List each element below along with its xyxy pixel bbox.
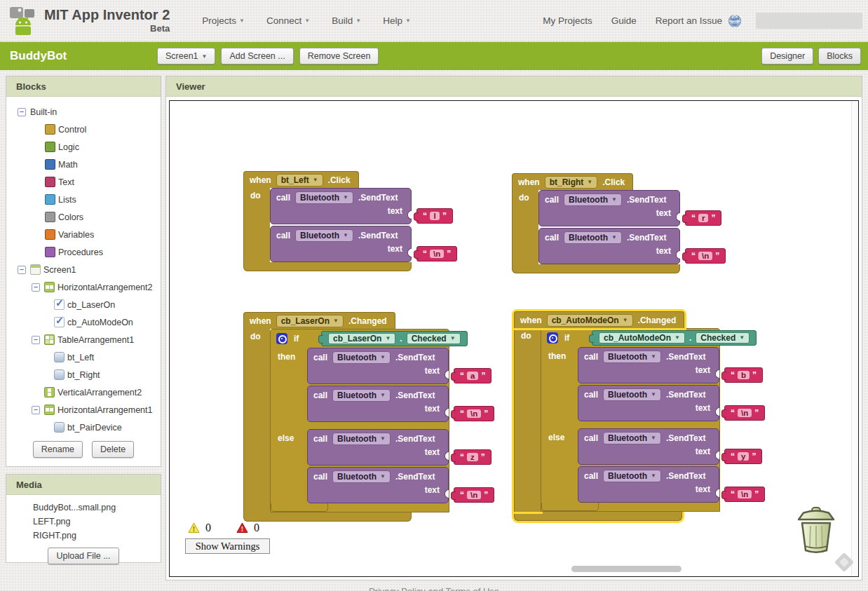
vertical-scrollbar[interactable] bbox=[851, 101, 858, 576]
remove-screen-button[interactable]: Remove Screen bbox=[299, 48, 379, 64]
upload-file-button[interactable]: Upload File ... bbox=[48, 548, 118, 564]
tree-item-lists[interactable]: Lists bbox=[6, 191, 161, 208]
media-file-right-png[interactable]: RIGHT.png bbox=[6, 529, 161, 543]
if-block[interactable]: ifcb_AutoModeOn▼.Checked▼thencallBluetoo… bbox=[541, 328, 720, 512]
property-dropdown[interactable]: Checked▼ bbox=[407, 333, 461, 344]
text-string-block[interactable]: “l” bbox=[416, 208, 453, 224]
string-value[interactable]: z bbox=[467, 453, 478, 461]
text-string-block[interactable]: “\n” bbox=[724, 405, 765, 421]
tree-item-horizontalarrangement2[interactable]: −HorizontalArrangement2 bbox=[6, 278, 161, 296]
text-string-block[interactable]: “\n” bbox=[685, 248, 726, 264]
text-string-block[interactable]: “\n” bbox=[454, 406, 494, 421]
call-block[interactable]: callBluetooth▼.SendTexttext“l” bbox=[270, 188, 412, 224]
string-value[interactable]: \n bbox=[467, 409, 481, 418]
property-dropdown[interactable]: Checked▼ bbox=[696, 332, 750, 344]
footer-links[interactable]: Privacy Policy and Terms of Use bbox=[0, 586, 868, 591]
tree-item-math[interactable]: Math bbox=[6, 156, 161, 173]
component-dropdown[interactable]: Bluetooth▼ bbox=[564, 193, 622, 206]
string-value[interactable]: \n bbox=[467, 491, 481, 499]
text-string-block[interactable]: “\n” bbox=[454, 487, 494, 503]
tree-item-bt-left[interactable]: bt_Left bbox=[6, 348, 161, 366]
text-string-block[interactable]: “a” bbox=[454, 368, 491, 383]
show-warnings-button[interactable]: Show Warnings bbox=[185, 538, 270, 554]
component-dropdown[interactable]: bt_Right▼ bbox=[545, 176, 598, 189]
component-dropdown[interactable]: Bluetooth▼ bbox=[603, 351, 661, 363]
component-dropdown[interactable]: cb_AutoModeOn▼ bbox=[547, 314, 633, 327]
component-dropdown[interactable]: Bluetooth▼ bbox=[603, 432, 661, 444]
string-value[interactable]: l bbox=[430, 212, 440, 220]
call-block[interactable]: callBluetooth▼.SendTexttext“\n” bbox=[307, 467, 449, 503]
block-group-when-cb-laseron-changed[interactable]: whencb_LaserOn▼.Changeddoifcb_LaserOn▼.C… bbox=[243, 312, 449, 522]
block-group-when-bt-left-click[interactable]: whenbt_Left▼.ClickdocallBluetooth▼.SendT… bbox=[243, 171, 412, 271]
tree-item-variables[interactable]: Variables bbox=[6, 226, 161, 243]
tree-item-procedures[interactable]: Procedures bbox=[6, 243, 161, 261]
media-file-left-png[interactable]: LEFT.png bbox=[6, 515, 161, 529]
link-guide[interactable]: Guide bbox=[611, 15, 637, 26]
call-block[interactable]: callBluetooth▼.SendTexttext“a” bbox=[307, 348, 449, 384]
component-dropdown[interactable]: Bluetooth▼ bbox=[564, 231, 622, 244]
block-group-when-cb-automodeon-changed[interactable]: whencb_AutoModeOn▼.Changeddoifcb_AutoMod… bbox=[514, 311, 720, 521]
call-block[interactable]: callBluetooth▼.SendTexttext“z” bbox=[307, 429, 449, 466]
string-value[interactable]: r bbox=[698, 214, 708, 222]
component-dropdown[interactable]: bt_Left▼ bbox=[276, 174, 323, 186]
string-value[interactable]: \n bbox=[738, 490, 752, 498]
call-block[interactable]: callBluetooth▼.SendTexttext“\n” bbox=[270, 226, 412, 262]
tree-item-horizontalarrangement1[interactable]: −HorizontalArrangement1 bbox=[6, 401, 161, 419]
call-block[interactable]: callBluetooth▼.SendTexttext“\n” bbox=[538, 228, 680, 264]
component-dropdown[interactable]: cb_LaserOn▼ bbox=[328, 333, 395, 344]
menu-help[interactable]: Help▼ bbox=[383, 15, 411, 26]
component-dropdown[interactable]: Bluetooth▼ bbox=[332, 433, 391, 445]
text-string-block[interactable]: “y” bbox=[724, 449, 762, 464]
delete-button[interactable]: Delete bbox=[92, 441, 134, 458]
property-getter-block[interactable]: cb_LaserOn▼.Checked▼ bbox=[321, 331, 468, 346]
media-file-buddybot-small-png[interactable]: BuddyBot...small.png bbox=[6, 501, 161, 515]
component-dropdown[interactable]: Bluetooth▼ bbox=[603, 470, 661, 482]
string-value[interactable]: \n bbox=[738, 409, 752, 417]
component-dropdown[interactable]: Bluetooth▼ bbox=[295, 229, 353, 242]
string-value[interactable]: a bbox=[467, 372, 478, 380]
tree-item-built-in[interactable]: −Built-in bbox=[6, 103, 161, 121]
text-string-block[interactable]: “b” bbox=[724, 367, 763, 383]
trash-can-icon[interactable] bbox=[796, 506, 836, 557]
call-block[interactable]: callBluetooth▼.SendTexttext“r” bbox=[538, 190, 680, 226]
tree-item-cb-automodeon[interactable]: cb_AutoModeOn bbox=[6, 313, 161, 331]
component-dropdown[interactable]: Bluetooth▼ bbox=[332, 470, 391, 483]
link-report-an-issue[interactable]: Report an Issue bbox=[656, 15, 722, 26]
tree-item-verticalarrangement2[interactable]: VerticalArrangement2 bbox=[6, 383, 161, 401]
event-block-header[interactable]: whenbt_Right▼.Click bbox=[512, 173, 633, 190]
tree-item-text[interactable]: Text bbox=[6, 173, 161, 191]
tree-item-bt-pairdevice[interactable]: bt_PairDevice bbox=[6, 419, 161, 436]
mutator-gear-icon[interactable] bbox=[547, 332, 558, 344]
text-string-block[interactable]: “r” bbox=[685, 210, 721, 226]
tree-item-tablearrangement1[interactable]: −TableArrangement1 bbox=[6, 331, 161, 348]
string-value[interactable]: y bbox=[738, 452, 749, 461]
string-value[interactable]: \n bbox=[698, 252, 712, 260]
block-group-when-bt-right-click[interactable]: whenbt_Right▼.ClickdocallBluetooth▼.Send… bbox=[512, 173, 680, 273]
call-block[interactable]: callBluetooth▼.SendTexttext“\n” bbox=[578, 466, 719, 503]
text-string-block[interactable]: “z” bbox=[454, 449, 491, 465]
collapse-toggle-icon[interactable]: − bbox=[32, 336, 40, 344]
rename-button[interactable]: Rename bbox=[33, 441, 83, 458]
component-dropdown[interactable]: Bluetooth▼ bbox=[332, 351, 391, 364]
if-block[interactable]: ifcb_LaserOn▼.Checked▼thencallBluetooth▼… bbox=[270, 329, 449, 512]
component-dropdown[interactable]: cb_LaserOn▼ bbox=[276, 315, 344, 327]
tree-item-control[interactable]: Control bbox=[6, 121, 161, 138]
call-block[interactable]: callBluetooth▼.SendTexttext“\n” bbox=[578, 385, 719, 421]
tree-item-logic[interactable]: Logic bbox=[6, 138, 161, 156]
collapse-toggle-icon[interactable]: − bbox=[18, 108, 26, 116]
screen-selector-dropdown[interactable]: Screen1▼ bbox=[157, 48, 215, 64]
event-block-header[interactable]: whencb_AutoModeOn▼.Changed bbox=[514, 311, 684, 328]
collapse-toggle-icon[interactable]: − bbox=[32, 283, 40, 292]
blocks-canvas[interactable]: ! 0 ! 0 Show Warnings bbox=[169, 100, 859, 577]
text-string-block[interactable]: “\n” bbox=[416, 246, 457, 261]
text-string-block[interactable]: “\n” bbox=[724, 487, 765, 502]
tree-item-colors[interactable]: Colors bbox=[6, 208, 161, 226]
collapse-toggle-icon[interactable]: − bbox=[18, 266, 26, 274]
link-my-projects[interactable]: My Projects bbox=[543, 15, 592, 26]
component-dropdown[interactable]: Bluetooth▼ bbox=[295, 191, 353, 204]
component-dropdown[interactable]: Bluetooth▼ bbox=[332, 389, 391, 402]
string-value[interactable]: \n bbox=[430, 250, 444, 258]
menu-build[interactable]: Build▼ bbox=[332, 15, 361, 26]
component-dropdown[interactable]: cb_AutoModeOn▼ bbox=[599, 332, 685, 344]
language-globe-icon[interactable] bbox=[728, 14, 742, 28]
